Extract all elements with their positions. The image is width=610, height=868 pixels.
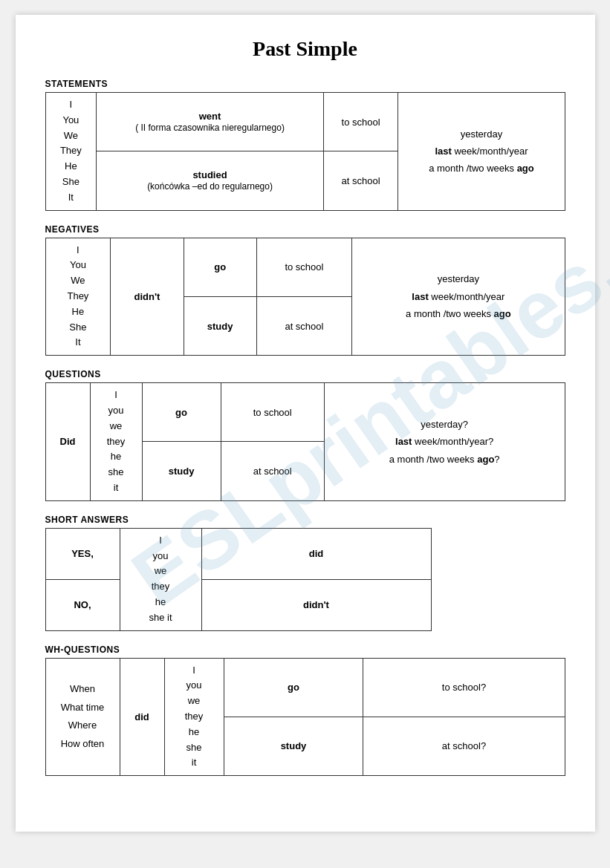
questions-pronouns: Iyouwetheyhesheit — [90, 383, 142, 501]
statements-verb2-label: studied (końcówka –ed do regularnego) — [97, 151, 324, 210]
negatives-section: NEGATIVES IYouWeTheyHeSheIt didn't go to… — [45, 224, 565, 356]
short-answers-no-label: NO, — [45, 579, 120, 630]
negatives-label: NEGATIVES — [45, 224, 565, 235]
statements-pronouns: IYouWeTheyHeSheIt — [45, 93, 97, 211]
questions-section: QUESTIONS Did Iyouwetheyhesheit go to sc… — [45, 369, 565, 501]
negatives-verb2: study — [184, 296, 256, 355]
wh-pronouns: Iyouwetheyhesheit — [164, 658, 224, 776]
statements-time: yesterdaylast week/month/yeara month /tw… — [398, 93, 565, 211]
negatives-table: IYouWeTheyHeSheIt didn't go to school ye… — [45, 238, 565, 356]
statements-section: STATEMENTS IYouWeTheyHeSheIt went ( II f… — [45, 79, 565, 211]
negatives-verb1: go — [184, 238, 256, 296]
short-answers-yes-answer: did — [201, 528, 431, 579]
wh-questions-table: WhenWhat timeWhereHow often did Iyouweth… — [45, 658, 565, 777]
statements-place1: to school — [323, 93, 398, 151]
questions-verb2: study — [142, 442, 221, 500]
statements-label: STATEMENTS — [45, 79, 565, 89]
short-answers-no-answer: didn't — [201, 579, 431, 630]
page-title: Past Simple — [45, 37, 565, 61]
statements-place2: at school — [323, 151, 398, 210]
wh-verb2: study — [224, 717, 363, 775]
questions-auxiliary: Did — [45, 383, 90, 501]
short-answers-pronouns: Iyouwetheyheshe it — [120, 528, 201, 630]
wh-words: WhenWhat timeWhereHow often — [45, 658, 120, 776]
short-answers-yes-label: YES, — [45, 528, 120, 579]
wh-questions-label: WH-QUESTIONS — [45, 645, 565, 655]
negatives-pronouns: IYouWeTheyHeSheIt — [45, 238, 111, 356]
negatives-place1: to school — [256, 238, 352, 296]
negatives-time: yesterdaylast week/month/yeara month /tw… — [352, 238, 565, 356]
wh-place2: at school? — [363, 717, 565, 775]
wh-verb1: go — [224, 658, 363, 717]
wh-questions-section: WH-QUESTIONS WhenWhat timeWhereHow often… — [45, 645, 565, 777]
questions-time: yesterday?last week/month/year?a month /… — [324, 383, 565, 501]
questions-place1: to school — [221, 383, 324, 442]
short-answers-table: YES, Iyouwetheyheshe it did NO, didn't — [45, 528, 432, 631]
questions-label: QUESTIONS — [45, 369, 565, 379]
statements-table: IYouWeTheyHeSheIt went ( II forma czasow… — [45, 92, 565, 211]
questions-table: Did Iyouwetheyhesheit go to school yeste… — [45, 382, 565, 501]
questions-verb1: go — [142, 383, 221, 442]
negatives-place2: at school — [256, 296, 352, 355]
statements-verb1-label: went ( II forma czasownika nieregularneg… — [97, 93, 324, 151]
negatives-auxiliary: didn't — [111, 238, 184, 356]
wh-place1: to school? — [363, 658, 565, 717]
short-answers-section: SHORT ANSWERS YES, Iyouwetheyheshe it di… — [45, 515, 565, 631]
short-answers-label: SHORT ANSWERS — [45, 515, 565, 525]
questions-place2: at school — [221, 442, 324, 500]
wh-auxiliary: did — [120, 658, 164, 776]
